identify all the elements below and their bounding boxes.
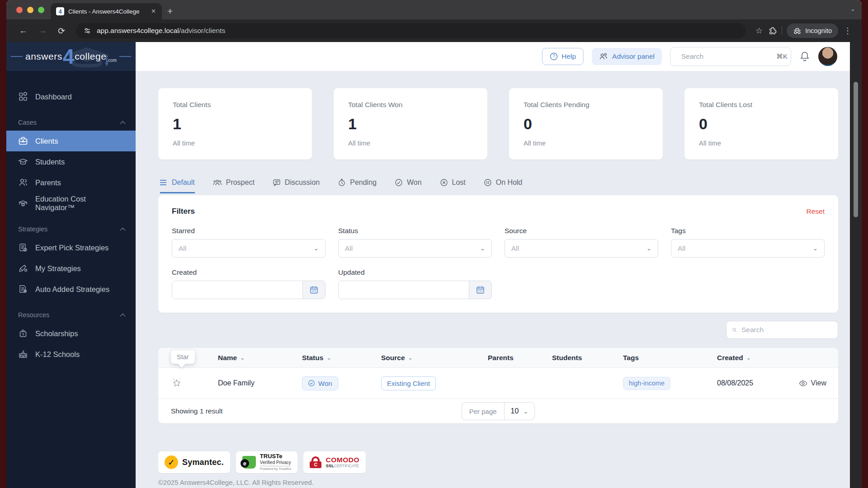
created-filter-label: Created	[172, 268, 326, 277]
tab-label: On Hold	[496, 178, 523, 187]
stat-label: Total Clients Lost	[699, 101, 824, 109]
search-icon	[732, 326, 737, 334]
created-calendar-button[interactable]	[302, 281, 325, 299]
sidebar-item-parents[interactable]: Parents	[6, 172, 136, 193]
per-page-select[interactable]: Per page 10⌄	[462, 402, 535, 420]
sidebar-item-label: Auto Added Strategies	[35, 285, 109, 294]
created-date-field	[172, 281, 326, 299]
sidebar-item-k12-schools[interactable]: K-12 Schools	[6, 344, 136, 365]
status-filter-select[interactable]: All ⌄	[338, 239, 492, 258]
eye-icon	[799, 380, 807, 387]
logo-line-left	[11, 56, 23, 57]
sidebar-section-cases[interactable]: Cases	[6, 119, 136, 126]
advisor-panel-button[interactable]: Advisor panel	[592, 48, 662, 65]
sidebar-item-dashboard[interactable]: Dashboard	[6, 86, 136, 107]
notifications-bell-icon[interactable]	[799, 51, 810, 62]
reset-filters-link[interactable]: Reset	[807, 207, 825, 216]
scrollbar-thumb[interactable]	[854, 82, 858, 217]
site-info-icon[interactable]	[83, 27, 91, 35]
star-favorite-icon[interactable]	[171, 377, 183, 389]
source-filter-select[interactable]: All ⌄	[505, 239, 658, 258]
minimize-window-button[interactable]	[27, 7, 33, 13]
section-label: Strategies	[18, 225, 47, 233]
truste-shield-icon: e	[242, 456, 256, 469]
client-name[interactable]: Doe Family	[218, 379, 302, 387]
address-bar[interactable]: app.answers4college.local/advisor/client…	[76, 23, 745, 38]
tab-won[interactable]: Won	[395, 178, 422, 193]
sidebar-item-education-cost-navigator[interactable]: $ Education Cost Navigator™	[6, 193, 136, 214]
back-button[interactable]: ←	[14, 24, 32, 38]
sidebar-item-label: Dashboard	[35, 93, 72, 101]
chevron-up-icon	[120, 227, 126, 231]
column-status[interactable]: Status⌄	[302, 354, 381, 362]
tab-default[interactable]: Default	[160, 178, 195, 193]
reload-button[interactable]: ⟳	[53, 24, 70, 38]
sidebar-item-label: Clients	[35, 137, 58, 145]
user-avatar[interactable]	[818, 47, 837, 66]
svg-text:$: $	[22, 203, 24, 206]
tab-on-hold[interactable]: On Hold	[484, 178, 523, 193]
chevron-down-icon: ⌄	[646, 245, 651, 252]
truste-powered-by: Powered by TrustArc	[260, 466, 292, 471]
sidebar-item-auto-added-strategies[interactable]: Auto Added Strategies	[6, 279, 136, 300]
sidebar-item-scholarships[interactable]: $ Scholarships	[6, 323, 136, 344]
new-tab-button[interactable]: +	[167, 6, 173, 17]
tab-discussion[interactable]: Discussion	[273, 178, 320, 193]
global-search-input[interactable]	[681, 52, 772, 61]
pause-circle-icon	[484, 178, 492, 187]
chevron-down-icon: ⌄	[523, 408, 528, 415]
updated-date-input[interactable]	[339, 281, 469, 299]
forward-button[interactable]: →	[34, 24, 52, 38]
browser-menu-icon[interactable]: ⋮	[840, 25, 855, 37]
updated-calendar-button[interactable]	[469, 281, 491, 299]
close-window-button[interactable]	[16, 7, 23, 13]
created-cell: 08/08/2025	[717, 379, 794, 387]
table-search[interactable]	[726, 321, 838, 339]
sidebar-section-resources[interactable]: Resources	[6, 311, 136, 319]
browser-tab[interactable]: 4 Clients - Answers4College ×	[51, 3, 162, 19]
tags-filter-select[interactable]: All ⌄	[671, 239, 825, 258]
bookmark-star-icon[interactable]: ☆	[752, 25, 766, 37]
sidebar-section-strategies[interactable]: Strategies	[6, 225, 136, 233]
tab-close-icon[interactable]: ×	[150, 7, 157, 16]
sidebar-item-my-strategies[interactable]: My Strategies	[6, 258, 136, 279]
sidebar-item-expert-pick-strategies[interactable]: Expert Pick Strategies	[6, 237, 136, 258]
tab-prospect[interactable]: Prospect	[213, 178, 255, 193]
app-logo[interactable]: answers 4 college .com	[6, 42, 136, 71]
extensions-icon[interactable]	[768, 26, 777, 35]
sidebar-item-students[interactable]: Students	[6, 151, 136, 172]
tab-lost[interactable]: Lost	[440, 178, 466, 193]
global-search[interactable]: ⌘K	[670, 47, 791, 66]
table-search-input[interactable]	[741, 326, 832, 334]
browser-window: 4 Clients - Answers4College × + ⌄ ← → ⟳ …	[6, 0, 862, 488]
column-label: Source	[381, 354, 405, 362]
sort-chevron-icon: ⌄	[326, 355, 331, 361]
tab-pending[interactable]: Pending	[338, 178, 377, 193]
starred-filter-select[interactable]: All ⌄	[172, 239, 326, 258]
table-row[interactable]: Doe Family Won Existing Client high-inco…	[158, 368, 838, 399]
view-button[interactable]: View	[794, 379, 838, 387]
sidebar-item-clients[interactable]: Clients	[6, 131, 136, 151]
tab-search-chevron-icon[interactable]: ⌄	[850, 5, 855, 12]
created-date-input[interactable]	[172, 281, 302, 299]
column-label: Students	[552, 354, 582, 362]
updated-filter-label: Updated	[338, 268, 492, 277]
results-summary: Showing 1 result	[171, 407, 223, 415]
zoom-window-button[interactable]	[38, 7, 44, 13]
chevron-down-icon: ⌄	[314, 245, 319, 252]
page-scrollbar[interactable]	[850, 42, 862, 488]
per-page-value: 10	[511, 407, 519, 415]
advisor-people-icon	[599, 52, 608, 61]
column-source[interactable]: Source⌄	[381, 354, 488, 362]
stat-card-total-clients: Total Clients 1 All time	[158, 88, 312, 160]
help-button[interactable]: ? Help	[542, 48, 584, 65]
comodo-seal: C COMODO SSLCERTIFICATE	[303, 451, 365, 473]
column-label: Parents	[488, 354, 514, 362]
stat-value: 1	[173, 115, 297, 133]
filters-title: Filters	[172, 207, 195, 216]
column-created[interactable]: Created⌄	[717, 354, 794, 362]
column-name[interactable]: Name⌄	[218, 354, 302, 362]
document-gear-icon	[18, 284, 28, 294]
column-parents: Parents	[488, 354, 552, 362]
sort-chevron-icon: ⌄	[746, 355, 751, 361]
